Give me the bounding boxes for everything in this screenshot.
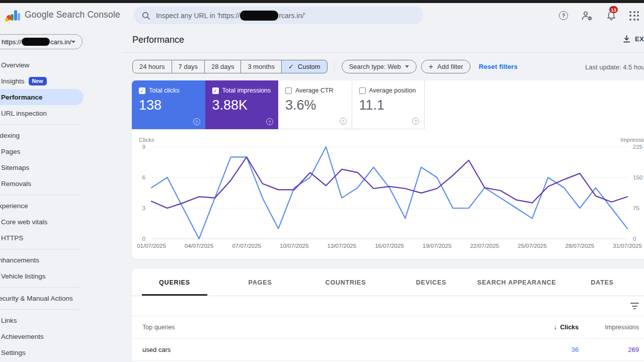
sidebar-item-achievements[interactable]: Achievements xyxy=(0,328,122,344)
checkbox-checked-icon[interactable]: ✓ xyxy=(212,87,219,94)
sidebar-item-label: Links xyxy=(1,317,17,324)
svg-text:3: 3 xyxy=(142,205,145,211)
impressions-header[interactable]: Impressions xyxy=(579,324,639,331)
sidebar-item-label: URL inspection xyxy=(1,110,47,117)
help-icon[interactable]: ? xyxy=(412,118,419,125)
date-range-chip-28-days[interactable]: 28 days xyxy=(205,60,242,73)
tab-pages[interactable]: PAGES xyxy=(217,269,303,296)
app-logo[interactable]: Google Search Console xyxy=(6,8,120,22)
metric-tile-total-impressions[interactable]: ✓Total impressions3.88K? xyxy=(205,80,279,129)
svg-text:Clicks: Clicks xyxy=(139,137,154,143)
svg-text:16/07/2025: 16/07/2025 xyxy=(375,243,404,249)
sidebar-item-label: Indexing xyxy=(0,132,20,139)
sidebar-item-insights[interactable]: InsightsNew xyxy=(0,73,122,89)
sidebar-divider xyxy=(0,287,79,288)
top-queries-header[interactable]: Top queries xyxy=(142,324,518,331)
sidebar-item-url-inspection[interactable]: URL inspection xyxy=(0,105,122,121)
query-cell: used cars xyxy=(142,346,518,353)
check-icon: ✓ xyxy=(288,63,294,70)
svg-text:9: 9 xyxy=(142,144,145,150)
svg-text:19/07/2025: 19/07/2025 xyxy=(423,243,452,249)
help-icon[interactable]: ? xyxy=(559,11,568,20)
search-placeholder-prefix: Inspect any URL in 'https:// xyxy=(156,12,239,20)
checkbox-unchecked-icon[interactable] xyxy=(285,87,292,94)
date-range-chip-3-months[interactable]: 3 months xyxy=(241,60,281,73)
metric-label: Average CTR xyxy=(295,87,334,94)
metric-label: Average position xyxy=(369,87,416,94)
metric-tile-average-position[interactable]: Average position11.1? xyxy=(352,80,425,129)
sidebar-item-pages[interactable]: Pages xyxy=(0,143,122,159)
performance-summary-card: ✓Total clicks138?✓Total impressions3.88K… xyxy=(132,80,644,259)
sidebar-divider xyxy=(0,124,79,125)
notifications-bell-icon[interactable]: 13 xyxy=(606,10,617,22)
svg-text:04/07/2025: 04/07/2025 xyxy=(185,243,214,249)
sidebar-item-performance[interactable]: Performance xyxy=(0,89,84,105)
checkbox-unchecked-icon[interactable] xyxy=(359,87,366,94)
sidebar-item-experience: Experience xyxy=(0,198,122,214)
metric-tiles: ✓Total clicks138?✓Total impressions3.88K… xyxy=(132,80,644,129)
table-toolbar xyxy=(132,296,644,316)
sidebar-item-label: Security & Manual Actions xyxy=(0,295,73,302)
url-inspect-searchbox[interactable]: Inspect any URL in 'https://rcars.in/' xyxy=(133,7,423,24)
date-range-chip-custom[interactable]: ✓Custom xyxy=(282,60,328,73)
search-console-logo-icon xyxy=(6,8,20,22)
user-settings-icon[interactable] xyxy=(581,10,593,22)
svg-text:10/07/2025: 10/07/2025 xyxy=(280,243,309,249)
sidebar-divider xyxy=(0,195,79,195)
help-icon[interactable]: ? xyxy=(340,118,347,125)
svg-text:22/07/2025: 22/07/2025 xyxy=(470,243,499,249)
sidebar-item-label: Overview xyxy=(1,61,29,69)
sidebar-item-https[interactable]: HTTPS xyxy=(0,230,122,246)
svg-text:150: 150 xyxy=(633,174,642,180)
sidebar-item-overview[interactable]: Overview xyxy=(0,57,122,73)
tab-search-appearance[interactable]: SEARCH APPEARANCE xyxy=(474,269,559,296)
sidebar-divider xyxy=(0,249,79,249)
svg-text:28/07/2025: 28/07/2025 xyxy=(566,243,595,249)
clicks-cell: 36 xyxy=(518,346,579,353)
property-selector[interactable]: https://cars.in/ xyxy=(0,34,83,49)
export-button[interactable]: EXPORT xyxy=(622,35,644,43)
reset-filters-link[interactable]: Reset filters xyxy=(478,63,517,70)
svg-text:01/07/2025: 01/07/2025 xyxy=(137,243,166,249)
svg-text:75: 75 xyxy=(633,205,639,211)
search-type-chip[interactable]: Search type: Web xyxy=(342,60,417,73)
filter-table-icon[interactable] xyxy=(630,303,639,309)
sidebar-item-removals[interactable]: Removals xyxy=(0,175,122,192)
checkbox-checked-icon[interactable]: ✓ xyxy=(139,87,145,94)
date-range-chip-24-hours[interactable]: 24 hours xyxy=(132,60,172,73)
metric-tile-average-ctr[interactable]: Average CTR3.6%? xyxy=(278,80,352,129)
tab-queries[interactable]: QUERIES xyxy=(132,269,217,296)
date-range-chip-7-days[interactable]: 7 days xyxy=(172,60,205,73)
apps-grid-icon[interactable] xyxy=(629,11,639,21)
sidebar-item-label: Experience xyxy=(0,202,28,210)
clicks-sort-header[interactable]: ↓ Clicks xyxy=(518,324,579,331)
sidebar-item-links[interactable]: Links xyxy=(0,312,122,328)
metric-value: 138 xyxy=(139,98,205,113)
filter-separator xyxy=(334,61,335,73)
sidebar-item-core-web-vitals[interactable]: Core web vitals xyxy=(0,214,122,230)
tab-countries[interactable]: COUNTRIES xyxy=(303,269,388,296)
tab-dates[interactable]: DATES xyxy=(559,269,644,296)
main-content: Performance EXPORT 24 hours7 days28 days… xyxy=(122,28,644,362)
help-icon[interactable]: ? xyxy=(266,118,273,125)
chevron-down-icon xyxy=(405,65,409,68)
sidebar-item-security-manual-actions: Security & Manual Actions xyxy=(0,290,122,306)
tab-devices[interactable]: DEVICES xyxy=(388,269,474,296)
page-title: Performance xyxy=(122,28,644,51)
sidebar-item-sitemaps[interactable]: Sitemaps xyxy=(0,159,122,175)
date-range-chips: 24 hours7 days28 days3 months✓Custom xyxy=(132,60,328,73)
add-filter-chip[interactable]: + Add filter xyxy=(421,60,471,73)
metric-tile-total-clicks[interactable]: ✓Total clicks138? xyxy=(132,80,205,129)
metric-label: Total impressions xyxy=(222,87,271,94)
dimensions-panel: QUERIESPAGESCOUNTRIESDEVICESSEARCH APPEA… xyxy=(132,269,644,362)
sidebar-item-settings[interactable]: Settings xyxy=(0,344,122,360)
sidebar-item-label: HTTPS xyxy=(1,234,23,242)
redaction-blob xyxy=(240,11,278,21)
svg-text:25/07/2025: 25/07/2025 xyxy=(518,243,547,249)
property-url-suffix: cars.in/ xyxy=(50,38,71,46)
help-icon[interactable]: ? xyxy=(193,118,200,125)
table-row[interactable]: used cars36269 xyxy=(132,339,644,361)
metric-value: 3.6% xyxy=(285,98,352,113)
sidebar-item-vehicle-listings[interactable]: Vehicle listings xyxy=(0,268,122,284)
sidebar: https://cars.in/ OverviewInsightsNewPerf… xyxy=(0,28,122,362)
